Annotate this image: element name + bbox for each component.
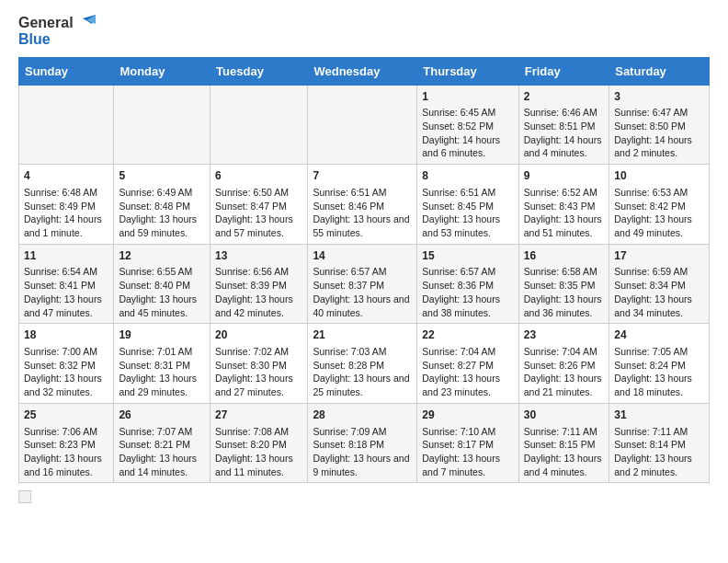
day-number: 15 <box>422 248 514 264</box>
day-info: Sunset: 8:18 PM <box>313 438 412 452</box>
day-info: Sunset: 8:48 PM <box>119 200 205 213</box>
day-info: Sunrise: 7:04 AM <box>422 345 514 359</box>
day-info: Sunrise: 7:04 AM <box>524 345 604 359</box>
day-info: Daylight: 14 hours and 6 minutes. <box>422 133 514 160</box>
day-info: Sunset: 8:32 PM <box>24 359 108 373</box>
day-number: 13 <box>215 248 302 264</box>
day-info: Sunrise: 7:01 AM <box>119 345 205 359</box>
day-info: Sunrise: 7:10 AM <box>422 425 514 439</box>
day-cell: 20Sunrise: 7:02 AMSunset: 8:30 PMDayligh… <box>210 324 308 404</box>
week-row-3: 11Sunrise: 6:54 AMSunset: 8:41 PMDayligh… <box>19 244 710 324</box>
day-info: Daylight: 13 hours and 53 minutes. <box>422 213 514 239</box>
header-cell-saturday: Saturday <box>609 57 710 85</box>
day-info: Sunrise: 6:58 AM <box>524 265 604 279</box>
day-info: Daylight: 13 hours and 59 minutes. <box>119 213 205 239</box>
day-number: 14 <box>313 248 412 264</box>
calendar-table: SundayMondayTuesdayWednesdayThursdayFrid… <box>18 57 710 484</box>
day-info: Sunset: 8:20 PM <box>215 438 302 452</box>
day-info: Sunrise: 6:45 AM <box>422 106 514 120</box>
day-number: 7 <box>313 168 412 184</box>
day-info: Sunset: 8:26 PM <box>524 359 604 373</box>
day-info: Sunrise: 7:05 AM <box>614 345 704 359</box>
day-cell: 6Sunrise: 6:50 AMSunset: 8:47 PMDaylight… <box>210 165 308 245</box>
day-cell: 9Sunrise: 6:52 AMSunset: 8:43 PMDaylight… <box>518 165 609 245</box>
day-info: Sunset: 8:40 PM <box>119 279 205 293</box>
day-number: 11 <box>24 248 108 264</box>
day-info: Daylight: 13 hours and 36 minutes. <box>524 293 604 319</box>
day-cell: 5Sunrise: 6:49 AMSunset: 8:48 PMDaylight… <box>114 165 210 245</box>
logo-blue: Blue <box>18 31 96 48</box>
day-info: Sunset: 8:41 PM <box>24 279 108 293</box>
day-info: Sunrise: 6:57 AM <box>422 265 514 279</box>
day-info: Sunrise: 6:49 AM <box>119 186 205 200</box>
day-info: Sunrise: 6:56 AM <box>215 265 302 279</box>
day-info: Daylight: 14 hours and 1 minute. <box>24 213 108 239</box>
day-info: Sunset: 8:47 PM <box>215 200 302 213</box>
day-info: Sunrise: 6:50 AM <box>215 186 302 200</box>
day-number: 28 <box>313 408 412 423</box>
day-cell: 16Sunrise: 6:58 AMSunset: 8:35 PMDayligh… <box>518 244 609 324</box>
day-cell <box>308 85 417 165</box>
day-number: 3 <box>614 89 704 105</box>
day-cell: 17Sunrise: 6:59 AMSunset: 8:34 PMDayligh… <box>609 244 710 324</box>
day-info: Sunrise: 7:02 AM <box>215 345 302 359</box>
day-info: Sunrise: 6:57 AM <box>313 265 412 279</box>
calendar-header: SundayMondayTuesdayWednesdayThursdayFrid… <box>19 57 710 85</box>
day-number: 26 <box>119 408 205 423</box>
day-info: Daylight: 13 hours and 32 minutes. <box>24 372 108 398</box>
day-info: Sunrise: 6:53 AM <box>614 186 704 200</box>
day-cell: 31Sunrise: 7:11 AMSunset: 8:14 PMDayligh… <box>609 403 710 483</box>
day-cell <box>114 85 210 165</box>
day-number: 16 <box>524 248 604 264</box>
day-info: Daylight: 13 hours and 9 minutes. <box>313 452 412 478</box>
day-number: 5 <box>119 168 205 184</box>
day-number: 29 <box>422 408 514 423</box>
day-info: Sunset: 8:37 PM <box>313 279 412 293</box>
day-info: Daylight: 13 hours and 7 minutes. <box>422 452 514 478</box>
day-info: Sunrise: 6:51 AM <box>422 186 514 200</box>
day-info: Sunrise: 7:07 AM <box>119 425 205 439</box>
day-cell: 28Sunrise: 7:09 AMSunset: 8:18 PMDayligh… <box>308 403 417 483</box>
day-cell: 4Sunrise: 6:48 AMSunset: 8:49 PMDaylight… <box>19 165 114 245</box>
day-info: Sunrise: 7:11 AM <box>614 425 704 439</box>
day-number: 6 <box>215 168 302 184</box>
day-info: Daylight: 14 hours and 2 minutes. <box>614 133 704 160</box>
legend-box <box>18 490 31 503</box>
day-info: Daylight: 13 hours and 14 minutes. <box>119 452 205 478</box>
day-cell: 14Sunrise: 6:57 AMSunset: 8:37 PMDayligh… <box>308 244 417 324</box>
week-row-2: 4Sunrise: 6:48 AMSunset: 8:49 PMDaylight… <box>19 165 710 245</box>
day-number: 4 <box>24 168 108 184</box>
header-cell-monday: Monday <box>114 57 210 85</box>
day-info: Sunset: 8:46 PM <box>313 200 412 213</box>
day-info: Daylight: 13 hours and 51 minutes. <box>524 213 604 239</box>
day-info: Sunset: 8:45 PM <box>422 200 514 213</box>
day-info: Sunset: 8:36 PM <box>422 279 514 293</box>
header-cell-thursday: Thursday <box>417 57 519 85</box>
day-info: Sunset: 8:35 PM <box>524 279 604 293</box>
day-info: Sunset: 8:52 PM <box>422 120 514 133</box>
day-cell <box>210 85 308 165</box>
day-number: 9 <box>524 168 604 184</box>
day-info: Daylight: 13 hours and 18 minutes. <box>614 372 704 398</box>
day-cell: 19Sunrise: 7:01 AMSunset: 8:31 PMDayligh… <box>114 324 210 404</box>
header-cell-tuesday: Tuesday <box>210 57 308 85</box>
day-info: Sunset: 8:51 PM <box>524 120 604 133</box>
day-info: Sunrise: 7:08 AM <box>215 425 302 439</box>
day-number: 10 <box>614 168 704 184</box>
day-info: Sunset: 8:30 PM <box>215 359 302 373</box>
day-cell: 25Sunrise: 7:06 AMSunset: 8:23 PMDayligh… <box>19 403 114 483</box>
header: General Blue <box>18 15 710 48</box>
header-cell-wednesday: Wednesday <box>308 57 417 85</box>
day-info: Sunrise: 6:54 AM <box>24 265 108 279</box>
day-number: 24 <box>614 327 704 343</box>
day-info: Sunset: 8:42 PM <box>614 200 704 213</box>
day-cell <box>19 85 114 165</box>
logo-container: General Blue <box>18 15 96 48</box>
day-cell: 24Sunrise: 7:05 AMSunset: 8:24 PMDayligh… <box>609 324 710 404</box>
day-info: Sunset: 8:28 PM <box>313 359 412 373</box>
day-info: Sunset: 8:31 PM <box>119 359 205 373</box>
day-info: Sunrise: 6:48 AM <box>24 186 108 200</box>
day-info: Sunrise: 7:09 AM <box>313 425 412 439</box>
day-info: Sunrise: 6:47 AM <box>614 106 704 120</box>
day-info: Daylight: 13 hours and 47 minutes. <box>24 293 108 319</box>
